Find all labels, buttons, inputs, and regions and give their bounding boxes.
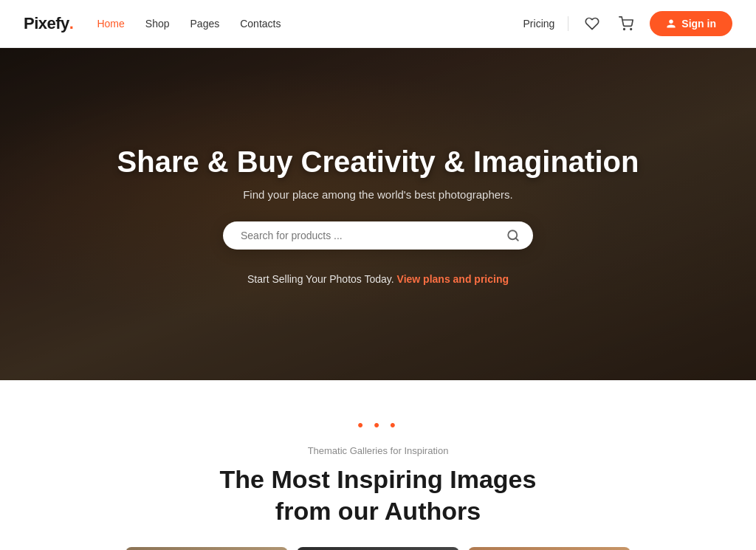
nav-pages[interactable]: Pages bbox=[190, 18, 220, 30]
hero-content: Share & Buy Creativity & Imagination Fin… bbox=[0, 144, 756, 285]
hero-subtitle: Find your place among the world's best p… bbox=[15, 188, 741, 201]
dots-decoration: • • • bbox=[15, 416, 741, 435]
search-button[interactable] bbox=[506, 229, 520, 242]
heart-icon bbox=[585, 16, 599, 31]
hero-cta-link[interactable]: View plans and pricing bbox=[397, 273, 509, 285]
main-nav: Home Shop Pages Contacts bbox=[97, 18, 281, 30]
gallery-thumb-1[interactable] bbox=[126, 547, 288, 550]
hero-cta: Start Selling Your Photos Today. View pl… bbox=[15, 273, 741, 285]
nav-contacts[interactable]: Contacts bbox=[240, 18, 281, 30]
user-icon bbox=[666, 18, 676, 29]
logo-text: Pixefy bbox=[24, 14, 69, 33]
hero-section: Share & Buy Creativity & Imagination Fin… bbox=[0, 48, 756, 380]
cart-button[interactable] bbox=[616, 13, 636, 34]
header-right: Pricing Sign in bbox=[523, 11, 732, 36]
pricing-link[interactable]: Pricing bbox=[523, 18, 555, 30]
cart-icon bbox=[619, 16, 633, 31]
gallery-thumb-2[interactable] bbox=[297, 547, 459, 550]
svg-point-0 bbox=[624, 29, 625, 30]
signin-button[interactable]: Sign in bbox=[650, 11, 732, 36]
gallery-row bbox=[15, 547, 741, 550]
gallery-thumb-3[interactable] bbox=[468, 547, 630, 550]
hero-title: Share & Buy Creativity & Imagination bbox=[15, 144, 741, 179]
hero-cta-text: Start Selling Your Photos Today. bbox=[247, 273, 394, 285]
logo: Pixefy. bbox=[24, 14, 73, 33]
header: Pixefy. Home Shop Pages Contacts Pricing bbox=[0, 0, 756, 48]
wishlist-button[interactable] bbox=[582, 13, 602, 34]
logo-dot: . bbox=[69, 14, 74, 33]
signin-label: Sign in bbox=[681, 18, 716, 30]
search-bar bbox=[223, 221, 533, 250]
search-input[interactable] bbox=[241, 230, 506, 241]
header-left: Pixefy. Home Shop Pages Contacts bbox=[24, 14, 281, 33]
svg-point-1 bbox=[630, 29, 632, 30]
nav-shop[interactable]: Shop bbox=[145, 18, 170, 30]
nav-divider bbox=[568, 16, 568, 31]
section-title: The Most Inspiring Images from our Autho… bbox=[15, 464, 741, 526]
svg-line-3 bbox=[515, 238, 518, 240]
gallery-section: • • • Thematic Galleries for Inspiration… bbox=[0, 380, 756, 550]
search-icon bbox=[506, 229, 520, 242]
nav-home[interactable]: Home bbox=[97, 18, 124, 30]
section-eyebrow: Thematic Galleries for Inspiration bbox=[15, 445, 741, 456]
